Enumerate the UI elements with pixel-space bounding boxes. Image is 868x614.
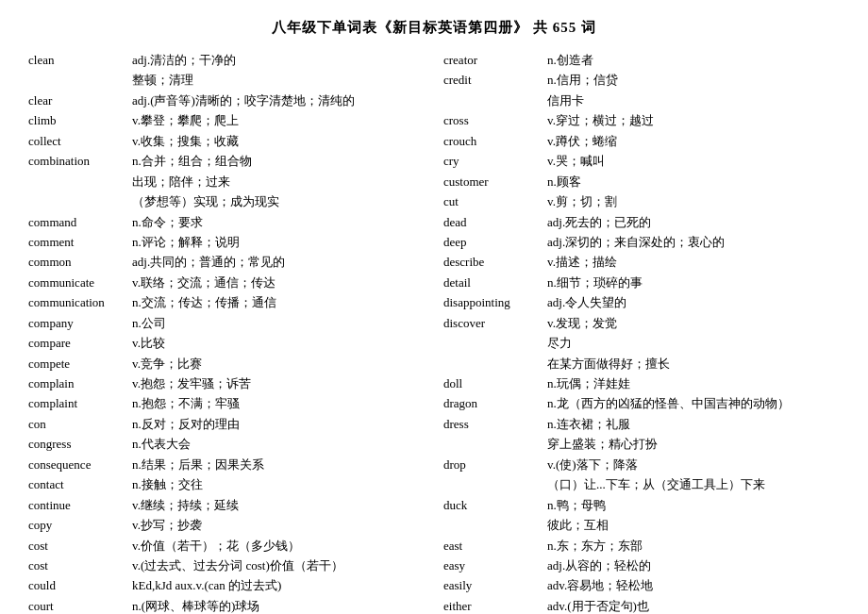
list-item: congressn.代表大会	[28, 434, 425, 454]
word: copy	[28, 515, 132, 535]
word: either	[443, 596, 547, 614]
list-item: customern.顾客	[443, 172, 840, 191]
list-item: crossv.穿过；横过；越过	[443, 110, 840, 130]
list-item: deepadj.深切的；来自深处的；衷心的	[443, 232, 840, 252]
definition: v.抱怨；发牢骚；诉苦	[132, 373, 425, 393]
list-item: describev.描述；描绘	[443, 252, 840, 272]
definition: adj.从容的；轻松的	[547, 556, 840, 575]
word: consequence	[28, 455, 132, 474]
word: discover	[443, 313, 547, 333]
list-item: complaintn.抱怨；不满；牢骚	[28, 393, 425, 413]
definition: n.抱怨；不满；牢骚	[132, 393, 425, 413]
word: east	[443, 536, 547, 556]
definition: n.反对；反对的理由	[132, 414, 425, 434]
list-item: （口）让...下车；从（交通工具上）下来	[443, 474, 840, 494]
word: dragon	[443, 393, 547, 413]
definition: adj.清洁的；干净的	[132, 50, 425, 70]
word: credit	[443, 70, 547, 90]
list-item: disappointingadj.令人失望的	[443, 292, 840, 312]
list-item: eastn.东；东方；东部	[443, 536, 840, 556]
definition: n.连衣裙；礼服	[547, 414, 840, 434]
definition: n.接触；交往	[132, 474, 425, 494]
definition: v.哭；喊叫	[547, 151, 840, 171]
list-item: combinationn.合并；组合；组合物	[28, 151, 425, 171]
list-item: dressn.连衣裙；礼服	[443, 414, 840, 434]
definition: 尽力	[547, 333, 840, 353]
list-item: cutv.剪；切；割	[443, 191, 840, 211]
definition: n.信用；信贷	[547, 70, 840, 90]
list-item: 出现；陪伴；过来	[28, 172, 425, 191]
word: disappointing	[443, 292, 547, 312]
definition: adv.容易地；轻松地	[547, 575, 840, 595]
list-item: 在某方面做得好；擅长	[443, 354, 840, 373]
left-column: cleanadj.清洁的；干净的整顿；清理clearadj.(声音等)清晰的；咬…	[28, 50, 434, 614]
word: creator	[443, 50, 547, 70]
word: continue	[28, 495, 132, 515]
list-item: conn.反对；反对的理由	[28, 414, 425, 434]
word: dead	[443, 212, 547, 232]
list-item: 信用卡	[443, 91, 840, 110]
word: collect	[28, 131, 132, 151]
definition: v.描述；描绘	[547, 252, 840, 272]
word: complain	[28, 373, 132, 393]
definition: n.代表大会	[132, 434, 425, 454]
definition: v.比较	[132, 333, 425, 353]
word: drop	[443, 455, 547, 474]
definition: n.交流；传达；传播；通信	[132, 292, 425, 312]
list-item: （梦想等）实现；成为现实	[28, 191, 425, 211]
list-item: creatorn.创造者	[443, 50, 840, 70]
definition: n.命令；要求	[132, 212, 425, 232]
definition: n.合并；组合；组合物	[132, 151, 425, 171]
list-item: clearadj.(声音等)清晰的；咬字清楚地；清纯的	[28, 91, 425, 110]
list-item: crouchv.蹲伏；蜷缩	[443, 131, 840, 151]
list-item: climbv.攀登；攀爬；爬上	[28, 110, 425, 130]
definition: adj.死去的；已死的	[547, 212, 840, 232]
word: detail	[443, 273, 547, 292]
word: combination	[28, 151, 132, 171]
list-item: 穿上盛装；精心打扮	[443, 434, 840, 454]
word: cry	[443, 151, 547, 171]
list-item: 彼此；互相	[443, 515, 840, 535]
word: court	[28, 596, 132, 614]
word: command	[28, 212, 132, 232]
word: con	[28, 414, 132, 434]
word: clean	[28, 50, 132, 70]
word: describe	[443, 252, 547, 272]
list-item: easilyadv.容易地；轻松地	[443, 575, 840, 595]
list-item: communicatev.联络；交流；通信；传达	[28, 273, 425, 292]
list-item: costv.价值（若干）；花（多少钱）	[28, 536, 425, 556]
list-item: deadadj.死去的；已死的	[443, 212, 840, 232]
list-item: copyv.抄写；抄袭	[28, 515, 425, 535]
list-item: companyn.公司	[28, 313, 425, 333]
definition: adv.(用于否定句)也	[547, 596, 840, 614]
list-item: cryv.哭；喊叫	[443, 151, 840, 171]
definition: 彼此；互相	[547, 515, 840, 535]
list-item: costv.(过去式、过去分词 cost)价值（若干）	[28, 556, 425, 575]
word: dress	[443, 414, 547, 434]
definition: 整顿；清理	[132, 70, 425, 90]
word: communication	[28, 292, 132, 312]
word: cut	[443, 191, 547, 211]
definition: adj.令人失望的	[547, 292, 840, 312]
word: cost	[28, 536, 132, 556]
list-item: commandn.命令；要求	[28, 212, 425, 232]
list-item: cleanadj.清洁的；干净的	[28, 50, 425, 70]
definition: v.联络；交流；通信；传达	[132, 273, 425, 292]
word: duck	[443, 495, 547, 515]
definition: adj.深切的；来自深处的；衷心的	[547, 232, 840, 252]
definition: n.评论；解释；说明	[132, 232, 425, 252]
definition: v.攀登；攀爬；爬上	[132, 110, 425, 130]
definition: adj.(声音等)清晰的；咬字清楚地；清纯的	[132, 91, 425, 110]
list-item: consequencen.结果；后果；因果关系	[28, 455, 425, 474]
list-item: 整顿；清理	[28, 70, 425, 90]
definition: v.价值（若干）；花（多少钱）	[132, 536, 425, 556]
definition: n.公司	[132, 313, 425, 333]
list-item: commonadj.共同的；普通的；常见的	[28, 252, 425, 272]
page-title: 八年级下单词表《新目标英语第四册》 共 655 词	[28, 19, 840, 37]
definition: 穿上盛装；精心打扮	[547, 434, 840, 454]
word: communicate	[28, 273, 132, 292]
definition: v.蹲伏；蜷缩	[547, 131, 840, 151]
list-item: contactn.接触；交往	[28, 474, 425, 494]
definition: n.玩偶；洋娃娃	[547, 373, 840, 393]
word: could	[28, 575, 132, 595]
